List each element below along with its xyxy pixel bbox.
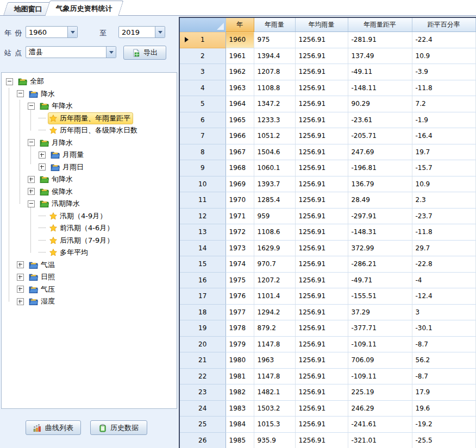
cell[interactable]: 970.7 <box>254 256 295 273</box>
cell[interactable]: 1983 <box>226 400 254 417</box>
cell[interactable]: 1347.2 <box>254 96 295 112</box>
cell[interactable]: 17.9 <box>412 384 476 401</box>
cell[interactable]: -109.11 <box>348 336 412 352</box>
tree-node[interactable]: 汛期（4-9月） <box>2 210 177 223</box>
tree-node-body[interactable]: 气压 <box>27 283 58 295</box>
cell[interactable]: 372.99 <box>348 240 412 256</box>
cell[interactable]: 1256.91 <box>295 336 348 352</box>
row-header[interactable]: 7 <box>180 128 226 144</box>
tree-node-body[interactable]: 历年雨日、各级降水日数 <box>48 124 140 136</box>
row-header[interactable]: 16 <box>180 272 226 288</box>
collapse-icon[interactable] <box>28 139 35 146</box>
cell[interactable]: 1962 <box>226 64 254 80</box>
row-header[interactable]: 19 <box>180 320 226 337</box>
cell[interactable]: 1207.2 <box>254 272 295 288</box>
cell[interactable]: 1976 <box>226 288 254 305</box>
grid-corner-cell[interactable] <box>180 18 226 32</box>
tree-node-body[interactable]: 汛期降水 <box>38 198 83 210</box>
expand-icon[interactable] <box>28 176 35 183</box>
cell[interactable]: 1979 <box>226 336 254 352</box>
tree-node-body[interactable]: 年降水 <box>38 100 76 112</box>
cell[interactable]: 1984 <box>226 417 254 433</box>
cell[interactable]: 1256.91 <box>295 64 348 80</box>
history-data-button[interactable]: 历史数据 <box>90 420 147 435</box>
cell[interactable]: -1.9 <box>412 112 476 128</box>
cell[interactable]: -155.51 <box>348 288 412 305</box>
cell[interactable]: -15.7 <box>412 160 476 176</box>
row-header[interactable]: 9 <box>180 160 226 176</box>
cell[interactable]: 1256.91 <box>295 128 348 144</box>
row-header[interactable]: 15 <box>180 256 226 273</box>
cell[interactable]: -22.8 <box>412 256 476 273</box>
cell[interactable]: 1256.91 <box>295 48 348 64</box>
cell[interactable]: 1256.91 <box>295 112 348 128</box>
cell[interactable]: -49.11 <box>348 64 412 80</box>
export-button[interactable]: 导出 <box>123 46 166 60</box>
row-header[interactable]: 21 <box>180 352 226 369</box>
cell[interactable]: 1256.91 <box>295 256 348 273</box>
expand-icon[interactable] <box>17 286 24 293</box>
tree-node-body[interactable]: 月雨量 <box>49 149 86 161</box>
cell[interactable]: 56.2 <box>412 352 476 369</box>
cell[interactable]: 1960 <box>226 32 254 48</box>
cell[interactable]: 975 <box>254 32 295 48</box>
cell[interactable]: -196.81 <box>348 160 412 176</box>
cell[interactable]: -8.7 <box>412 336 476 352</box>
cell[interactable]: 1977 <box>226 304 254 320</box>
tree-node[interactable]: 后汛期（7-9月） <box>2 235 177 247</box>
cell[interactable]: 1980 <box>226 352 254 369</box>
cell[interactable]: -4 <box>412 272 476 288</box>
tree-node-body[interactable]: 前汛期（4-6月） <box>48 222 116 234</box>
cell[interactable]: 1978 <box>226 320 254 337</box>
cell[interactable]: 1974 <box>226 256 254 273</box>
cell[interactable]: -22.4 <box>412 32 476 48</box>
cell[interactable]: 1233.3 <box>254 112 295 128</box>
cell[interactable]: 1256.91 <box>295 272 348 288</box>
cell[interactable]: 1285.4 <box>254 192 295 209</box>
cell[interactable]: 1971 <box>226 208 254 224</box>
tree-node[interactable]: 年降水 <box>2 100 177 112</box>
column-header[interactable]: 距平百分率 <box>412 18 476 32</box>
cell[interactable]: -11.8 <box>412 224 476 241</box>
cell[interactable]: 90.29 <box>348 96 412 112</box>
cell[interactable]: 1969 <box>226 176 254 192</box>
cell[interactable]: -30.1 <box>412 320 476 337</box>
row-header[interactable]: 23 <box>180 384 226 401</box>
cell[interactable]: 1147.8 <box>254 368 295 384</box>
cell[interactable]: -16.4 <box>412 128 476 144</box>
station-combobox[interactable]: 澧县 <box>26 46 116 58</box>
row-header[interactable]: 3 <box>180 64 226 80</box>
tree-node-body[interactable]: 月雨日 <box>49 161 86 173</box>
cell[interactable]: -23.61 <box>348 112 412 128</box>
cell[interactable]: 1256.91 <box>295 352 348 369</box>
cell[interactable]: -23.7 <box>412 208 476 224</box>
curve-list-button[interactable]: 曲线列表 <box>26 420 81 435</box>
cell[interactable]: 1256.91 <box>295 160 348 176</box>
row-header[interactable]: 6 <box>180 112 226 128</box>
tree-node-body[interactable]: 月降水 <box>38 137 76 149</box>
cell[interactable]: 136.79 <box>348 176 412 192</box>
cell[interactable]: -148.31 <box>348 224 412 241</box>
tree-node-body[interactable]: 湿度 <box>27 295 58 307</box>
expand-icon[interactable] <box>17 274 24 281</box>
cell[interactable]: 246.29 <box>348 400 412 417</box>
cell[interactable]: 1256.91 <box>295 368 348 384</box>
cell[interactable]: 1294.2 <box>254 304 295 320</box>
row-header[interactable]: 24 <box>180 400 226 417</box>
tree-node[interactable]: 月雨量 <box>2 149 177 161</box>
tree-node[interactable]: 月降水 <box>2 137 177 149</box>
cell[interactable]: 137.49 <box>348 48 412 64</box>
cell[interactable]: -377.71 <box>348 320 412 337</box>
cell[interactable]: 247.69 <box>348 144 412 160</box>
cell[interactable]: 879.2 <box>254 320 295 337</box>
cell[interactable]: 1981 <box>226 368 254 384</box>
cell[interactable]: 1985 <box>226 432 254 448</box>
row-header[interactable]: 13 <box>180 224 226 241</box>
cell[interactable]: 1256.91 <box>295 32 348 48</box>
cell[interactable]: 10.9 <box>412 176 476 192</box>
tree-node-body[interactable]: 多年平均 <box>48 247 91 258</box>
cell[interactable]: 2.3 <box>412 192 476 209</box>
cell[interactable]: 1963 <box>254 352 295 369</box>
cell[interactable]: -109.11 <box>348 368 412 384</box>
cell[interactable]: 1256.91 <box>295 192 348 209</box>
